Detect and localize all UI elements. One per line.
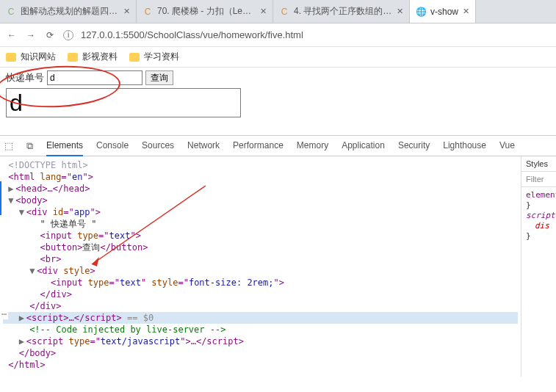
field-label: 快递单号 (6, 71, 44, 84)
browser-tab[interactable]: C4. 寻找两个正序数组的中位数 -✕ (273, 0, 410, 23)
styles-body: element } script dis } (521, 187, 556, 244)
tab-label: v-show (430, 7, 458, 17)
favicon-icon: 🌐 (416, 7, 426, 17)
inspect-icon[interactable]: ⬚ (4, 140, 13, 151)
devtools-tab[interactable]: Elements (46, 136, 83, 156)
selection-indicator (0, 181, 1, 215)
page-content: 快递单号 查询 (0, 68, 556, 135)
favicon-icon: C (6, 7, 16, 17)
devtools-tab[interactable]: Vue (499, 136, 515, 156)
reload-icon[interactable]: ⟳ (44, 30, 56, 40)
styles-filter[interactable]: Filter (521, 172, 556, 187)
close-icon[interactable]: ✕ (123, 7, 130, 16)
devtools-tab[interactable]: Console (96, 136, 129, 156)
dom-tree[interactable]: <!DOCTYPE html> <html lang="en"> ▶<head>… (0, 156, 521, 377)
result-input[interactable] (6, 88, 241, 117)
form-row: 快递单号 查询 (6, 70, 550, 85)
browser-tab[interactable]: C图解动态规划的解题四步骤（C+✕ (0, 0, 137, 23)
close-icon[interactable]: ✕ (397, 7, 403, 16)
folder-icon (68, 53, 78, 62)
devtools-body: ⋯ <!DOCTYPE html> <html lang="en"> ▶<hea… (0, 156, 556, 377)
bookmark-item[interactable]: 学习资料 (129, 51, 179, 63)
gutter-dots: ⋯ (0, 309, 8, 319)
devtools-tab[interactable]: Performance (233, 136, 284, 156)
devtools-tab[interactable]: Security (398, 136, 430, 156)
favicon-icon: C (142, 7, 153, 17)
devtools-tab[interactable]: Network (187, 136, 220, 156)
devtools-tab[interactable]: Lighthouse (443, 136, 486, 156)
tab-label: 70. 爬楼梯 - 力扣（LeetCode） (157, 5, 256, 18)
devtools-panel: ⬚ ⧉ ElementsConsoleSourcesNetworkPerform… (0, 135, 556, 377)
bookmark-label: 影视资料 (82, 51, 118, 63)
devtools-tab[interactable]: Memory (297, 136, 328, 156)
styles-pane[interactable]: Styles Filter element } script dis } (521, 156, 556, 377)
tracking-input[interactable] (47, 70, 142, 85)
address-bar: ← → ⟳ i 127.0.0.1:5500/SchoolClass/vue/h… (0, 23, 556, 47)
styles-header: Styles (521, 156, 556, 172)
devtools-tab[interactable]: Application (342, 136, 385, 156)
bookmark-item[interactable]: 知识网站 (6, 51, 56, 63)
bookmark-label: 知识网站 (21, 51, 56, 63)
devtools-tab[interactable]: Sources (142, 136, 174, 156)
browser-tab-bar: C图解动态规划的解题四步骤（C+✕C70. 爬楼梯 - 力扣（LeetCode）… (0, 0, 556, 23)
tab-label: 4. 寻找两个正序数组的中位数 - (294, 5, 392, 18)
url-text[interactable]: 127.0.0.1:5500/SchoolClass/vue/homework/… (81, 29, 303, 40)
devtools-toolbar: ⬚ ⧉ ElementsConsoleSourcesNetworkPerform… (0, 136, 556, 156)
browser-tab[interactable]: C70. 爬楼梯 - 力扣（LeetCode）✕ (137, 0, 273, 23)
bookmark-item[interactable]: 影视资料 (68, 51, 118, 63)
close-icon[interactable]: ✕ (463, 7, 469, 16)
tab-label: 图解动态规划的解题四步骤（C+ (21, 5, 119, 18)
query-button[interactable]: 查询 (145, 70, 173, 85)
bookmark-label: 学习资料 (144, 51, 179, 63)
browser-tab[interactable]: 🌐v-show✕ (410, 0, 476, 23)
favicon-icon: C (279, 7, 289, 17)
forward-icon[interactable]: → (25, 30, 37, 40)
close-icon[interactable]: ✕ (260, 7, 267, 16)
result-box (6, 88, 550, 117)
device-icon[interactable]: ⧉ (26, 140, 33, 152)
site-info-icon[interactable]: i (63, 30, 73, 40)
folder-icon (129, 53, 140, 62)
back-icon[interactable]: ← (6, 30, 18, 40)
folder-icon (6, 53, 16, 62)
bookmarks-bar: 知识网站影视资料学习资料 (0, 47, 556, 68)
